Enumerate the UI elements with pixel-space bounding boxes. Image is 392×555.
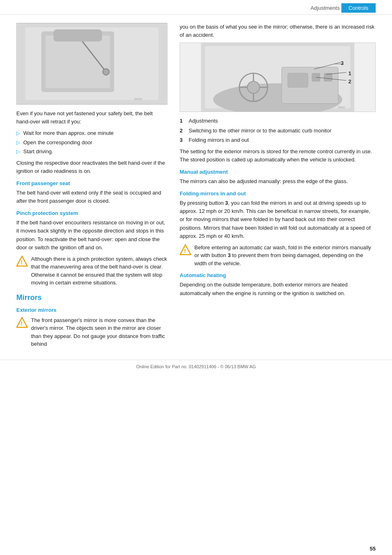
bullet-arrow-3: ▷ [16,148,20,155]
page-number: 55 [370,546,376,552]
seatbelt-image: BMW [16,23,167,105]
warning-icon-pinch: ! [16,255,28,267]
exterior-warning-box: ! The front passenger's mirror is more c… [16,316,167,348]
folding-mirrors-text: By pressing button 3, you can fold the m… [180,199,376,240]
mirror-diagram: 3 —— 1 2 BMW [180,43,376,112]
numbered-item-2: 2 Switching to the other mirror or to th… [180,127,376,135]
top-nav: Adjustments Controls [0,0,392,15]
right-column: you on the basis of what you see in the … [180,23,376,351]
svg-rect-23 [288,73,308,87]
bullet-arrow-1: ▷ [16,130,20,137]
folding-warning-box: ! Before entering an automatic car wash,… [180,244,376,268]
pinch-warning-text: Although there is a pinch protection sys… [31,255,167,287]
bullet-arrow-2: ▷ [16,139,20,146]
warning-icon-folding: ! [180,244,191,255]
pinch-protection-heading: Pinch protection system [16,210,167,216]
footer: Online Edition for Part no. 01402911406 … [0,360,392,372]
manual-adjustment-text: The mirrors can also be adjusted manuall… [180,177,376,186]
bullet-list: ▷ Wait for more than approx. one minute … [16,129,167,156]
automatic-heating-text: Depending on the outside temperature, bo… [180,281,376,297]
stored-settings-para: The setting for the exterior mirrors is … [180,148,376,164]
numbered-item-1: 1 Adjustments [180,117,376,125]
manual-adjustment-heading: Manual adjustment [180,169,376,175]
mirrors-heading: Mirrors [16,293,167,302]
svg-rect-24 [312,73,320,81]
svg-point-5 [103,69,109,75]
nav-adjustments: Adjustments [310,5,340,11]
warning-icon-exterior: ! [16,317,28,328]
continued-paragraph: you on the basis of what you see in the … [180,23,376,39]
pinch-warning-box: ! Although there is a pinch protection s… [16,255,167,287]
folding-mirrors-heading: Folding mirrors in and out [180,190,376,197]
svg-point-17 [247,81,260,94]
svg-text:BMW: BMW [134,97,143,101]
closing-door-para: Closing the respective door reactivates … [16,159,167,175]
page-wrapper: Adjustments Controls [0,0,392,555]
front-passenger-heading: Front passenger seat [16,180,167,186]
pinch-protection-text: If the belt hand-over encounters resista… [16,219,167,252]
intro-paragraph: Even if you have not yet fastened your s… [16,110,167,126]
bullet-item-3: ▷ Start driving. [16,148,167,156]
automatic-heating-heading: Automatic heating [180,272,376,278]
numbered-list: 1 Adjustments 2 Switching to the other m… [180,117,376,144]
exterior-warning-text: The front passenger's mirror is more con… [31,316,167,348]
svg-rect-3 [45,36,110,88]
folding-warning-text: Before entering an automatic car wash, f… [194,244,376,268]
svg-text:1: 1 [348,70,351,76]
content-area: BMW Even if you have not yet fastened yo… [0,19,392,351]
footer-text: Online Edition for Part no. 01402911406 … [136,364,256,369]
num-label-3: 3 [180,136,185,144]
bullet-item-1: ▷ Wait for more than approx. one minute [16,129,167,137]
numbered-item-3: 3 Folding mirrors in and out [180,136,376,144]
bullet-item-2: ▷ Open the corresponding door [16,139,167,147]
front-passenger-text: The belt hand-over will extend only if t… [16,189,167,205]
num-label-2: 2 [180,127,185,135]
svg-text:BMW: BMW [338,106,345,109]
nav-controls: Controls [341,3,376,13]
svg-text:!: ! [184,248,186,254]
svg-text:!: ! [21,320,23,327]
svg-text:2: 2 [348,78,351,85]
svg-rect-7 [53,29,102,42]
exterior-mirrors-heading: Exterior mirrors [16,307,167,313]
svg-text:!: ! [21,259,23,266]
left-column: BMW Even if you have not yet fastened yo… [16,23,167,351]
num-label-1: 1 [180,117,185,125]
